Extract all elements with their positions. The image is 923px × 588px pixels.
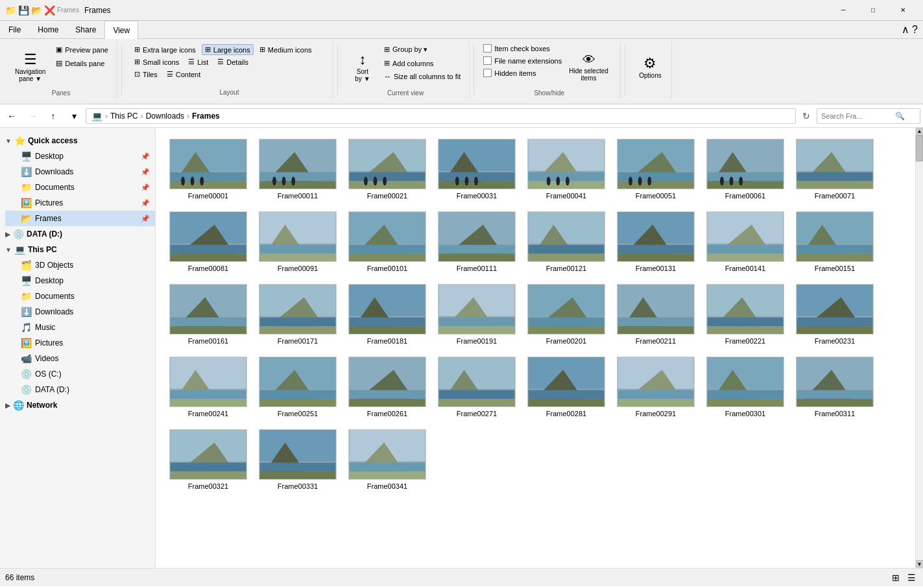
sidebar-item-pictures-qa[interactable]: 🖼️ Pictures 📌: [5, 195, 155, 211]
tiles-button[interactable]: ⊡ Tiles: [131, 69, 161, 80]
list-view-button[interactable]: ☰: [905, 571, 918, 584]
add-columns-button[interactable]: ⊞ Add columns: [381, 58, 464, 69]
medium-icons-button[interactable]: ⊞ Medium icons: [256, 44, 315, 55]
forward-button[interactable]: →: [23, 107, 42, 125]
tab-share[interactable]: Share: [67, 21, 104, 38]
file-item[interactable]: Frame00231: [793, 281, 877, 348]
sidebar-item-desktop-qa[interactable]: 🖥️ Desktop 📌: [5, 148, 155, 164]
grid-view-button[interactable]: ⊞: [889, 571, 902, 584]
file-item[interactable]: Frame00101: [345, 208, 429, 276]
sidebar-item-documents-qa[interactable]: 📁 Documents 📌: [5, 180, 155, 195]
address-path[interactable]: 💻 › This PC › Downloads › Frames: [86, 108, 796, 124]
path-frames[interactable]: Frames: [192, 112, 220, 121]
file-item[interactable]: Frame00041: [524, 135, 608, 203]
path-this-pc[interactable]: This PC: [110, 112, 138, 121]
search-input[interactable]: [821, 112, 893, 120]
item-check-boxes-checkbox[interactable]: [483, 44, 492, 53]
file-item[interactable]: Frame00241: [166, 353, 250, 421]
help-button[interactable]: ?: [912, 24, 918, 36]
file-item[interactable]: Frame00131: [614, 208, 698, 276]
file-item[interactable]: Frame00151: [793, 208, 877, 276]
tab-view[interactable]: View: [104, 21, 138, 39]
scrollbar[interactable]: ▲ ▼: [915, 128, 923, 568]
back-button[interactable]: ←: [3, 107, 21, 125]
sidebar-item-documents-pc[interactable]: 📁 Documents: [5, 288, 155, 304]
minimize-button[interactable]: ─: [828, 0, 858, 21]
hidden-items-checkbox[interactable]: [483, 69, 492, 77]
file-item[interactable]: Frame00031: [435, 135, 519, 203]
sort-by-button[interactable]: ↕ Sortby ▼: [347, 44, 378, 89]
sidebar-item-desktop-pc[interactable]: 🖥️ Desktop: [5, 273, 155, 288]
file-item[interactable]: Frame00201: [524, 281, 608, 348]
file-item[interactable]: Frame00161: [166, 281, 250, 348]
sidebar-item-data-d-pc[interactable]: 💿 DATA (D:): [5, 382, 155, 397]
file-item[interactable]: Frame00111: [435, 208, 519, 276]
file-item[interactable]: Frame00141: [703, 208, 787, 276]
sidebar-item-network[interactable]: ▶ 🌐 Network: [0, 397, 155, 413]
sidebar-item-quick-access[interactable]: ▼ ⭐ Quick access: [0, 133, 155, 148]
file-item[interactable]: Frame00171: [256, 281, 340, 348]
scroll-up-button[interactable]: ▲: [916, 128, 923, 135]
file-item[interactable]: Frame00281: [524, 353, 608, 421]
scroll-down-button[interactable]: ▼: [916, 560, 923, 568]
scroll-track[interactable]: [916, 135, 923, 560]
file-item[interactable]: Frame00051: [614, 135, 698, 203]
options-button[interactable]: ⚙ Options: [634, 44, 665, 89]
hide-selected-button[interactable]: 👁 Hide selecteditems: [567, 44, 610, 89]
close-button[interactable]: ✕: [888, 0, 918, 21]
file-item[interactable]: Frame00301: [703, 353, 787, 421]
refresh-button[interactable]: ↻: [798, 108, 814, 124]
details-pane-button[interactable]: ▤ Details pane: [53, 58, 112, 69]
file-item[interactable]: Frame00221: [703, 281, 787, 348]
small-icons-button[interactable]: ⊞ Small icons: [131, 56, 182, 67]
navigation-pane-button[interactable]: ☰ Navigationpane ▼: [10, 44, 50, 89]
file-item[interactable]: Frame00211: [614, 281, 698, 348]
sidebar-item-downloads-qa[interactable]: ⬇️ Downloads 📌: [5, 164, 155, 180]
file-item[interactable]: Frame00181: [345, 281, 429, 348]
search-box[interactable]: 🔍: [817, 108, 920, 124]
file-item[interactable]: Frame00191: [435, 281, 519, 348]
large-icons-button[interactable]: ⊞ Large icons: [202, 44, 254, 55]
content-button[interactable]: ☰ Content: [163, 69, 204, 80]
file-item[interactable]: Frame00071: [793, 135, 877, 203]
file-item[interactable]: Frame00341: [345, 426, 429, 493]
recent-locations-button[interactable]: ▾: [65, 107, 83, 125]
details-button[interactable]: ☰ Details: [214, 56, 252, 67]
sidebar-item-3d-objects[interactable]: 🗂️ 3D Objects: [5, 257, 155, 273]
ribbon-collapse-button[interactable]: ∧: [902, 23, 909, 36]
file-item[interactable]: Frame00251: [256, 353, 340, 421]
file-item[interactable]: Frame00311: [793, 353, 877, 421]
file-name-extensions-checkbox[interactable]: [483, 56, 492, 65]
preview-pane-button[interactable]: ▣ Preview pane: [53, 44, 112, 55]
sidebar-item-music-pc[interactable]: 🎵 Music: [5, 320, 155, 335]
file-item[interactable]: Frame00261: [345, 353, 429, 421]
file-item[interactable]: Frame00061: [703, 135, 787, 203]
file-item[interactable]: Frame00291: [614, 353, 698, 421]
file-item[interactable]: Frame00121: [524, 208, 608, 276]
file-item[interactable]: Frame00021: [345, 135, 429, 203]
file-item[interactable]: Frame00271: [435, 353, 519, 421]
file-item[interactable]: Frame00331: [256, 426, 340, 493]
tab-home[interactable]: Home: [29, 21, 67, 38]
size-columns-button[interactable]: ↔ Size all columns to fit: [381, 71, 464, 82]
scroll-thumb[interactable]: [916, 135, 923, 161]
up-button[interactable]: ↑: [44, 107, 62, 125]
file-item[interactable]: Frame00091: [256, 208, 340, 276]
extra-large-icons-button[interactable]: ⊞ Extra large icons: [131, 44, 199, 55]
list-button[interactable]: ☰ List: [185, 56, 211, 67]
maximize-button[interactable]: □: [858, 0, 888, 21]
group-by-button[interactable]: ⊞ Group by ▾: [381, 44, 464, 55]
sidebar-item-frames-qa[interactable]: 📂 Frames 📌: [5, 211, 155, 226]
tab-file[interactable]: File: [0, 21, 29, 38]
file-item[interactable]: Frame00001: [166, 135, 250, 203]
path-downloads[interactable]: Downloads: [146, 112, 184, 121]
sidebar-item-this-pc[interactable]: ▼ 💻 This PC: [0, 242, 155, 257]
file-item[interactable]: Frame00081: [166, 208, 250, 276]
sidebar-item-data-d[interactable]: ▶ 💿 DATA (D:): [0, 226, 155, 242]
sidebar-item-videos-pc[interactable]: 📹 Videos: [5, 351, 155, 366]
sidebar-item-os-c[interactable]: 💿 OS (C:): [5, 366, 155, 382]
file-item[interactable]: Frame00011: [256, 135, 340, 203]
file-item[interactable]: Frame00321: [166, 426, 250, 493]
sidebar-item-pictures-pc[interactable]: 🖼️ Pictures: [5, 335, 155, 351]
sidebar-item-downloads-pc[interactable]: ⬇️ Downloads: [5, 304, 155, 320]
